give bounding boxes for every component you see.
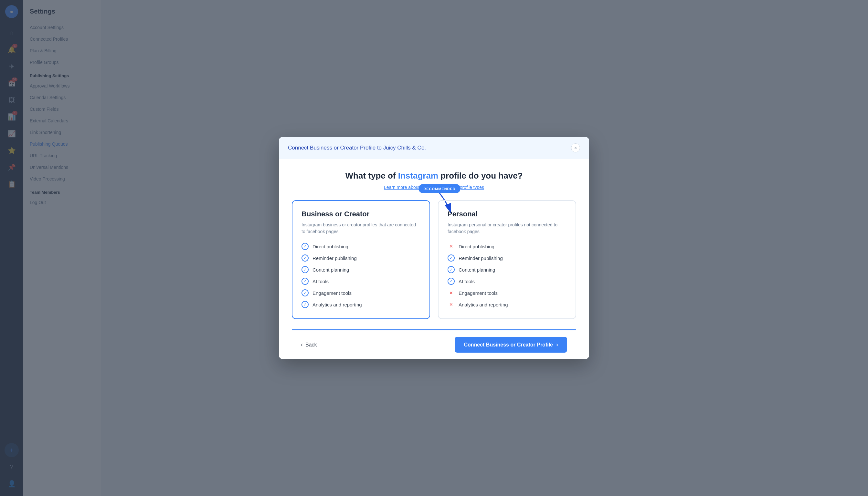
connect-business-creator-button[interactable]: Connect Business or Creator Profile › <box>455 337 567 353</box>
modal-header-title: Connect Business or Creator Profile to J… <box>288 145 426 151</box>
feature-label: Engagement tools <box>459 290 498 296</box>
business-feature-list: ✓ Direct publishing ✓ Reminder publishin… <box>301 243 420 308</box>
feature-label: Engagement tools <box>313 290 351 296</box>
back-button[interactable]: ‹ Back <box>301 341 317 348</box>
feature-label: AI tools <box>459 279 475 284</box>
business-card-title: Business or Creator <box>301 210 420 218</box>
modal-question: What type of Instagram profile do you ha… <box>292 171 576 181</box>
cards-container: RECOMMENDED Business or Creator Instagra… <box>292 200 576 319</box>
question-suffix: profile do you have? <box>438 171 523 181</box>
x-icon: ✕ <box>448 289 455 296</box>
check-icon: ✓ <box>301 278 309 285</box>
check-icon: ✓ <box>448 254 455 262</box>
check-icon: ✓ <box>301 289 309 296</box>
feature-label: Content planning <box>313 267 349 273</box>
modal-header: Connect Business or Creator Profile to J… <box>279 137 589 159</box>
check-icon: ✓ <box>301 254 309 262</box>
feature-label: Direct publishing <box>459 244 494 249</box>
personal-feature-2: ✓ Reminder publishing <box>448 254 567 262</box>
modal-body: What type of Instagram profile do you ha… <box>279 159 589 359</box>
personal-feature-6: ✕ Analytics and reporting <box>448 301 567 308</box>
feature-label: Content planning <box>459 267 495 273</box>
check-icon: ✓ <box>301 243 309 250</box>
question-prefix: What type of <box>345 171 398 181</box>
back-chevron-icon: ‹ <box>301 341 303 348</box>
personal-feature-list: ✕ Direct publishing ✓ Reminder publishin… <box>448 243 567 308</box>
business-card-desc: Instagram business or creator profiles t… <box>301 221 420 235</box>
check-icon: ✓ <box>301 266 309 273</box>
business-feature-5: ✓ Engagement tools <box>301 289 420 296</box>
business-feature-4: ✓ AI tools <box>301 278 420 285</box>
connect-button-label: Connect Business or Creator Profile <box>464 342 553 348</box>
modal-footer: ‹ Back Connect Business or Creator Profi… <box>292 329 576 359</box>
personal-feature-5: ✕ Engagement tools <box>448 289 567 296</box>
business-feature-1: ✓ Direct publishing <box>301 243 420 250</box>
business-feature-3: ✓ Content planning <box>301 266 420 273</box>
personal-card[interactable]: Personal Instagram personal or creator p… <box>438 200 576 319</box>
personal-feature-4: ✓ AI tools <box>448 278 567 285</box>
feature-label: Analytics and reporting <box>313 302 362 307</box>
personal-feature-3: ✓ Content planning <box>448 266 567 273</box>
x-icon: ✕ <box>448 301 455 308</box>
check-icon: ✓ <box>448 278 455 285</box>
question-highlight: Instagram <box>398 171 438 181</box>
personal-feature-1: ✕ Direct publishing <box>448 243 567 250</box>
feature-label: Reminder publishing <box>459 255 503 261</box>
connect-chevron-icon: › <box>556 341 558 348</box>
feature-label: AI tools <box>313 279 329 284</box>
business-feature-2: ✓ Reminder publishing <box>301 254 420 262</box>
modal-close-button[interactable]: × <box>571 143 580 152</box>
modal-sublink[interactable]: Learn more about different Instagram pro… <box>292 185 576 190</box>
personal-card-title: Personal <box>448 210 567 218</box>
feature-label: Analytics and reporting <box>459 302 508 307</box>
check-icon: ✓ <box>301 301 309 308</box>
modal: Connect Business or Creator Profile to J… <box>279 137 589 359</box>
modal-overlay: Connect Business or Creator Profile to J… <box>0 0 868 496</box>
x-icon: ✕ <box>448 243 455 250</box>
check-icon: ✓ <box>448 266 455 273</box>
personal-card-desc: Instagram personal or creator profiles n… <box>448 221 567 235</box>
business-creator-card[interactable]: Business or Creator Instagram business o… <box>292 200 430 319</box>
business-feature-6: ✓ Analytics and reporting <box>301 301 420 308</box>
feature-label: Reminder publishing <box>313 255 357 261</box>
feature-label: Direct publishing <box>313 244 348 249</box>
back-label: Back <box>305 342 317 348</box>
